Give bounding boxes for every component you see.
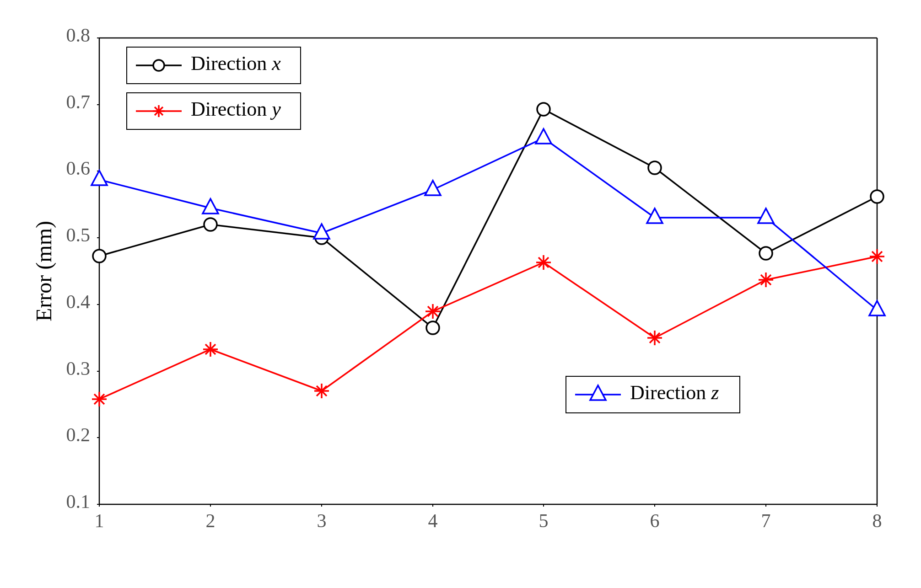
svg-marker-73: [647, 208, 662, 223]
legend-y-label: Direction y: [191, 98, 281, 120]
legend-x-label: Direction x: [191, 52, 281, 75]
svg-text:0.4: 0.4: [66, 291, 90, 312]
direction-x-marker-8: [871, 190, 883, 203]
svg-text:0.7: 0.7: [66, 91, 90, 112]
direction-x-marker-6: [648, 161, 661, 174]
svg-marker-74: [758, 208, 774, 223]
direction-y-line: [99, 257, 877, 399]
svg-text:0.1: 0.1: [66, 491, 90, 512]
direction-y-markers: [92, 249, 884, 406]
svg-text:2: 2: [205, 510, 215, 531]
direction-x-marker-7: [759, 247, 772, 260]
direction-x-marker-2: [204, 218, 217, 231]
svg-text:0.6: 0.6: [66, 158, 90, 179]
svg-text:0.2: 0.2: [66, 424, 90, 445]
svg-text:0.5: 0.5: [66, 225, 90, 246]
svg-marker-72: [536, 129, 551, 144]
direction-x-marker-4: [426, 321, 439, 334]
chart-container: 0.8 0.7 0.6 0.5 0.4 0.3 0.2 0.1 Error (m…: [26, 20, 895, 568]
svg-text:7: 7: [761, 510, 770, 531]
svg-text:0.8: 0.8: [66, 25, 90, 46]
legend-z-label: Direction z: [630, 381, 719, 404]
direction-x-marker-1: [93, 250, 106, 262]
direction-x-marker-5: [537, 103, 550, 116]
svg-text:0.3: 0.3: [66, 358, 90, 379]
svg-marker-75: [869, 301, 885, 315]
legend-x-circle: [153, 60, 164, 71]
svg-text:8: 8: [872, 510, 882, 531]
svg-marker-68: [92, 171, 107, 185]
y-axis-label: Error (mm): [32, 221, 56, 321]
svg-text:4: 4: [428, 510, 437, 531]
svg-text:3: 3: [317, 510, 326, 531]
svg-text:5: 5: [539, 510, 548, 531]
svg-text:6: 6: [650, 510, 659, 531]
svg-text:1: 1: [94, 510, 104, 531]
